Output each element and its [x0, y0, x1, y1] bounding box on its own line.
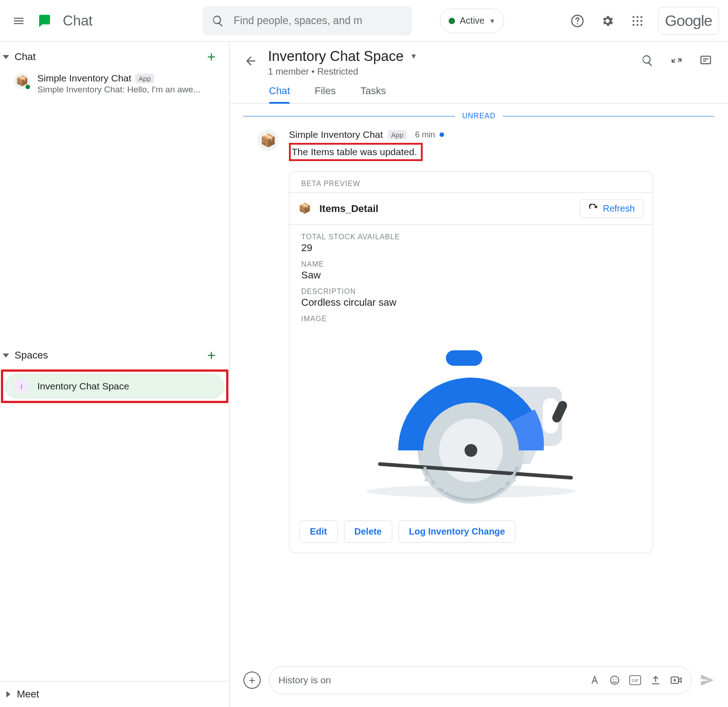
spaces-section-label: Spaces	[15, 349, 207, 361]
presence-dot-icon	[25, 84, 31, 90]
card-title: Items_Detail	[319, 203, 580, 215]
card-beta-label: BETA PREVIEW	[289, 172, 652, 192]
space-list-item[interactable]: I Inventory Chat Space	[5, 374, 225, 399]
top-bar: Chat Active ▼ Google	[0, 0, 728, 42]
svg-point-31	[613, 679, 614, 680]
field-label-description: DESCRIPTION	[301, 288, 641, 296]
google-logo[interactable]: Google	[658, 7, 719, 35]
refresh-button[interactable]: Refresh	[580, 199, 643, 218]
svg-point-1	[577, 23, 578, 25]
meet-section-label: Meet	[17, 688, 229, 700]
unread-dot-icon	[440, 132, 444, 137]
chat-section-label: Chat	[15, 51, 207, 63]
svg-text:GIF: GIF	[632, 678, 639, 683]
highlighted-message-text: The Items table was updated.	[289, 143, 423, 161]
chat-section-header[interactable]: Chat +	[0, 45, 229, 68]
refresh-label: Refresh	[603, 203, 635, 214]
new-space-button[interactable]: +	[207, 348, 216, 363]
new-chat-button[interactable]: +	[207, 50, 216, 64]
app-badge: App	[388, 130, 407, 140]
circular-saw-illustration	[344, 332, 598, 505]
svg-rect-15	[446, 350, 482, 366]
field-label-stock: TOTAL STOCK AVAILABLE	[301, 233, 641, 241]
message-time: 6 min	[415, 130, 435, 140]
app-badge: App	[135, 74, 155, 83]
status-selector[interactable]: Active ▼	[440, 9, 504, 33]
field-label-image: IMAGE	[301, 315, 641, 323]
composer-hint: History is on	[278, 675, 589, 686]
svg-point-9	[637, 24, 638, 25]
chat-list-item[interactable]: 📦 Simple Inventory Chat App Simple Inven…	[0, 68, 229, 98]
main-menu-button[interactable]	[9, 11, 28, 30]
refresh-icon	[588, 204, 598, 214]
search-in-space-button[interactable]	[638, 51, 657, 70]
message-avatar: 📦	[257, 129, 279, 151]
svg-point-3	[637, 16, 638, 18]
message-composer[interactable]: History is on GIF	[269, 666, 692, 694]
apps-grid-button[interactable]	[628, 11, 647, 30]
svg-point-6	[637, 20, 638, 21]
meet-section-header[interactable]: Meet	[0, 682, 229, 707]
app-title: Chat	[63, 13, 92, 29]
svg-point-7	[641, 20, 642, 21]
search-icon	[212, 15, 224, 27]
tab-tasks[interactable]: Tasks	[360, 85, 386, 103]
search-box[interactable]	[202, 6, 412, 35]
unread-divider: UNREAD	[243, 112, 714, 120]
chat-logo-icon	[35, 12, 54, 30]
card-image	[289, 328, 652, 514]
space-menu-caret-icon[interactable]: ▼	[410, 52, 417, 61]
upload-icon[interactable]	[650, 675, 661, 686]
collapse-button[interactable]	[667, 51, 686, 70]
send-button[interactable]	[700, 673, 714, 687]
gif-icon[interactable]: GIF	[629, 675, 641, 685]
chevron-down-icon	[3, 55, 9, 59]
chat-item-avatar: 📦	[14, 73, 30, 89]
chat-item-title: Simple Inventory Chat	[37, 73, 131, 84]
open-thread-button[interactable]	[696, 51, 715, 70]
app-card: BETA PREVIEW 📦 Items_Detail Refresh	[289, 171, 653, 553]
svg-point-19	[465, 444, 477, 457]
space-name: Inventory Chat Space	[268, 48, 404, 65]
field-value-stock: 29	[301, 242, 641, 254]
settings-button[interactable]	[598, 11, 617, 30]
space-tabs: Chat Files Tasks	[230, 85, 728, 104]
chat-item-preview: Simple Inventory Chat: Hello, I'm an awe…	[37, 85, 221, 95]
svg-point-8	[633, 24, 635, 25]
status-label: Active	[460, 15, 484, 26]
field-label-name: NAME	[301, 260, 641, 268]
format-icon[interactable]	[589, 675, 600, 686]
message: 📦 Simple Inventory Chat App 6 min The It…	[257, 129, 692, 553]
help-button[interactable]	[568, 11, 587, 30]
edit-button[interactable]: Edit	[299, 520, 338, 543]
create-meeting-icon[interactable]	[670, 675, 682, 685]
svg-point-32	[616, 679, 617, 680]
space-item-label: Inventory Chat Space	[37, 381, 129, 392]
space-subtitle: 1 member • Restricted	[268, 66, 638, 77]
status-dot-icon	[449, 18, 455, 24]
svg-point-30	[611, 676, 619, 684]
content-area: Inventory Chat Space ▼ 1 member • Restri…	[230, 42, 728, 707]
svg-point-5	[633, 20, 635, 21]
space-avatar: I	[15, 379, 28, 393]
delete-button[interactable]: Delete	[344, 520, 392, 543]
svg-point-4	[641, 16, 642, 18]
svg-point-10	[641, 24, 642, 25]
field-value-description: Cordless circular saw	[301, 297, 641, 308]
add-content-button[interactable]: +	[243, 672, 261, 689]
svg-point-2	[633, 16, 635, 18]
chevron-right-icon	[6, 691, 10, 697]
sidebar: Chat + 📦 Simple Inventory Chat App Simpl…	[0, 42, 230, 707]
emoji-icon[interactable]	[609, 675, 620, 686]
tab-files[interactable]: Files	[314, 85, 335, 103]
svg-rect-11	[701, 56, 711, 64]
log-inventory-change-button[interactable]: Log Inventory Change	[399, 520, 516, 543]
chevron-down-icon	[3, 354, 9, 358]
search-input[interactable]	[233, 15, 403, 27]
spaces-section-header[interactable]: Spaces +	[0, 344, 229, 367]
tab-chat[interactable]: Chat	[269, 85, 290, 103]
highlighted-space-item: I Inventory Chat Space	[1, 369, 228, 403]
package-icon: 📦	[298, 202, 311, 215]
message-sender: Simple Inventory Chat	[289, 129, 383, 140]
back-button[interactable]	[241, 51, 261, 71]
